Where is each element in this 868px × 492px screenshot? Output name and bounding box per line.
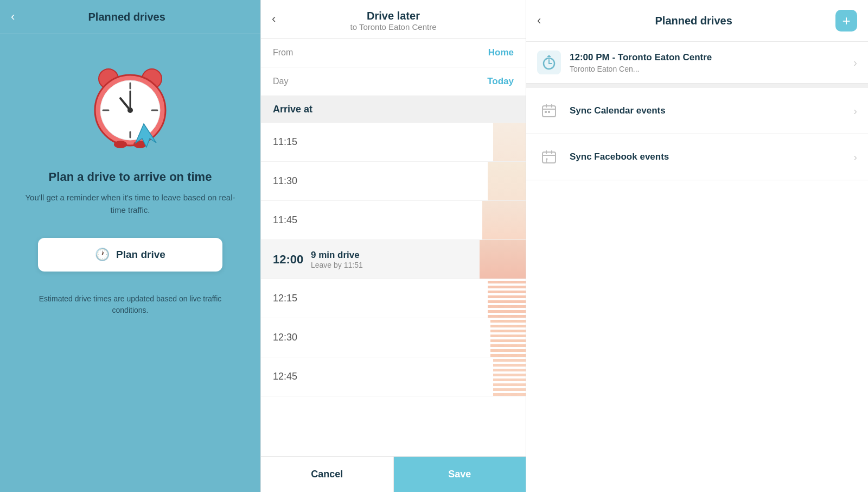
from-row: From Home bbox=[261, 39, 526, 67]
sync-calendar-chevron-icon: › bbox=[853, 105, 857, 117]
day-label: Day bbox=[273, 77, 487, 86]
middle-back-button[interactable]: ‹ bbox=[272, 12, 276, 26]
sync-calendar-item[interactable]: Sync Calendar events › bbox=[526, 88, 868, 134]
right-panel: ‹ Planned drives + 12:00 PM - Toronto Ea… bbox=[526, 0, 868, 492]
plan-drive-button[interactable]: 🕐 Plan drive bbox=[38, 238, 222, 272]
drive-info: 12:00 PM - Toronto Eaton Centre Toronto … bbox=[570, 52, 853, 73]
calendar-icon bbox=[537, 99, 561, 123]
sync-facebook-chevron-icon: › bbox=[853, 151, 857, 163]
cancel-button[interactable]: Cancel bbox=[261, 457, 394, 492]
middle-subtitle: to Toronto Eaton Centre bbox=[272, 22, 515, 31]
time-row-1230[interactable]: 12:30 bbox=[261, 318, 526, 357]
bottom-buttons: Cancel Save bbox=[261, 456, 526, 492]
time-row-1130[interactable]: 11:30 bbox=[261, 162, 526, 201]
time-row-1245[interactable]: 12:45 bbox=[261, 357, 526, 396]
left-back-button[interactable]: ‹ bbox=[11, 10, 15, 24]
alarm-clock-icon bbox=[81, 56, 179, 154]
middle-panel: ‹ Drive later to Toronto Eaton Centre Fr… bbox=[260, 0, 526, 492]
add-drive-button[interactable]: + bbox=[835, 10, 857, 31]
svg-marker-17 bbox=[547, 55, 551, 57]
time-row-1200[interactable]: 12:00 9 min drive Leave by 11:51 bbox=[261, 240, 526, 279]
svg-point-10 bbox=[127, 108, 133, 113]
middle-header: ‹ Drive later to Toronto Eaton Centre bbox=[261, 0, 526, 39]
time-label-1245: 12:45 bbox=[273, 371, 311, 382]
sync-divider bbox=[526, 84, 868, 88]
left-panel: ‹ Planned drives bbox=[0, 0, 260, 492]
traffic-bar-1145 bbox=[471, 201, 526, 239]
from-value[interactable]: Home bbox=[488, 47, 514, 58]
plan-drive-label: Plan drive bbox=[116, 249, 165, 261]
drive-chevron-icon: › bbox=[853, 56, 857, 69]
traffic-bar-1115 bbox=[471, 123, 526, 161]
facebook-icon: f bbox=[537, 145, 561, 169]
right-back-button[interactable]: ‹ bbox=[537, 14, 541, 28]
traffic-bar-1230 bbox=[471, 318, 526, 357]
plan-title: Plan a drive to arrive on time bbox=[49, 170, 212, 184]
plan-note: Estimated drive times are updated based … bbox=[22, 293, 239, 316]
drive-destination: Toronto Eaton Cen... bbox=[570, 65, 853, 73]
traffic-bar-1215 bbox=[471, 279, 526, 318]
time-leave-1200: Leave by 11:51 bbox=[311, 261, 363, 269]
svg-point-11 bbox=[114, 141, 127, 148]
left-content: Plan a drive to arrive on time You'll ge… bbox=[0, 34, 260, 492]
right-panel-title: Planned drives bbox=[552, 15, 835, 27]
time-label-1145: 11:45 bbox=[273, 215, 311, 226]
traffic-bar-1245 bbox=[471, 357, 526, 396]
plan-drive-icon: 🕐 bbox=[95, 248, 110, 262]
time-label-1115: 11:15 bbox=[273, 136, 311, 148]
left-header: ‹ Planned drives bbox=[0, 0, 260, 34]
drive-name: 12:00 PM - Toronto Eaton Centre bbox=[570, 52, 853, 63]
time-label-1230: 12:30 bbox=[273, 332, 311, 343]
left-panel-title: Planned drives bbox=[20, 11, 233, 23]
svg-rect-24 bbox=[542, 152, 556, 163]
time-label-1130: 11:30 bbox=[273, 175, 311, 187]
sync-facebook-label: Sync Facebook events bbox=[570, 152, 853, 162]
plan-subtitle: You'll get a reminder when it's time to … bbox=[22, 192, 239, 216]
drive-item[interactable]: 12:00 PM - Toronto Eaton Centre Toronto … bbox=[526, 42, 868, 84]
time-info-1200: 9 min drive Leave by 11:51 bbox=[311, 250, 363, 269]
from-label: From bbox=[273, 48, 488, 58]
arrive-at-header: Arrive at bbox=[261, 96, 526, 123]
time-label-1200: 12:00 bbox=[273, 253, 311, 267]
traffic-bar-1200 bbox=[471, 240, 526, 279]
sync-facebook-item[interactable]: f Sync Facebook events › bbox=[526, 134, 868, 180]
time-label-1215: 12:15 bbox=[273, 293, 311, 304]
middle-title: Drive later bbox=[272, 10, 515, 22]
day-value[interactable]: Today bbox=[487, 76, 514, 87]
save-button[interactable]: Save bbox=[394, 457, 526, 492]
right-header: ‹ Planned drives + bbox=[526, 0, 868, 42]
svg-rect-22 bbox=[545, 111, 547, 113]
time-row-1115[interactable]: 11:15 bbox=[261, 123, 526, 162]
time-drive-1200: 9 min drive bbox=[311, 250, 363, 261]
time-row-1145[interactable]: 11:45 bbox=[261, 201, 526, 240]
traffic-bar-1130 bbox=[471, 162, 526, 200]
sync-calendar-label: Sync Calendar events bbox=[570, 105, 853, 116]
day-row: Day Today bbox=[261, 67, 526, 96]
drive-clock-icon bbox=[537, 51, 561, 74]
time-row-1215[interactable]: 12:15 bbox=[261, 279, 526, 318]
time-list: 11:15 11:30 11:45 12:00 9 min drive Leav… bbox=[261, 123, 526, 456]
svg-rect-23 bbox=[548, 111, 550, 113]
